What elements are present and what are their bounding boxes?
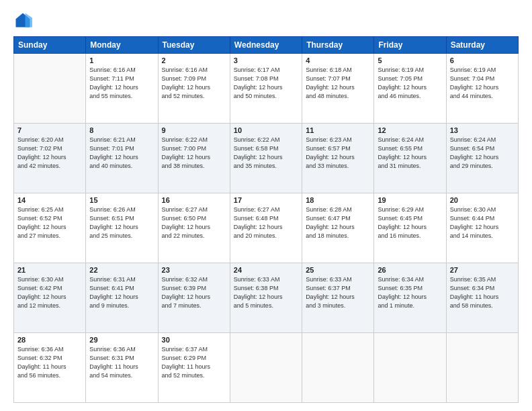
cell-info-text: Sunrise: 6:24 AM Sunset: 6:54 PM Dayligh…	[450, 136, 515, 171]
cell-day-number: 24	[234, 266, 298, 274]
calendar-cell	[14, 54, 86, 124]
cell-info-text: Sunrise: 6:16 AM Sunset: 7:09 PM Dayligh…	[162, 66, 226, 101]
calendar-week-row: 28Sunrise: 6:36 AM Sunset: 6:32 PM Dayli…	[14, 333, 519, 403]
cell-info-text: Sunrise: 6:27 AM Sunset: 6:50 PM Dayligh…	[162, 205, 226, 240]
cell-info-text: Sunrise: 6:26 AM Sunset: 6:51 PM Dayligh…	[89, 205, 154, 240]
cell-info-text: Sunrise: 6:36 AM Sunset: 6:32 PM Dayligh…	[17, 345, 82, 380]
calendar-cell: 4Sunrise: 6:18 AM Sunset: 7:07 PM Daylig…	[302, 54, 374, 124]
calendar-cell: 24Sunrise: 6:33 AM Sunset: 6:38 PM Dayli…	[230, 263, 302, 333]
cell-day-number: 29	[89, 336, 154, 344]
cell-day-number: 2	[162, 56, 226, 64]
weekday-header-wednesday: Wednesday	[230, 37, 302, 54]
header	[13, 11, 519, 30]
cell-info-text: Sunrise: 6:22 AM Sunset: 7:00 PM Dayligh…	[162, 136, 226, 171]
calendar-cell: 21Sunrise: 6:30 AM Sunset: 6:42 PM Dayli…	[14, 263, 86, 333]
cell-day-number: 12	[378, 126, 442, 134]
calendar-cell: 23Sunrise: 6:32 AM Sunset: 6:39 PM Dayli…	[158, 263, 230, 333]
weekday-header-friday: Friday	[374, 37, 446, 54]
cell-day-number: 23	[162, 266, 226, 274]
calendar-cell: 3Sunrise: 6:17 AM Sunset: 7:08 PM Daylig…	[230, 54, 302, 124]
cell-day-number: 5	[378, 56, 442, 64]
cell-day-number: 26	[378, 266, 442, 274]
cell-info-text: Sunrise: 6:33 AM Sunset: 6:38 PM Dayligh…	[234, 275, 298, 310]
cell-info-text: Sunrise: 6:22 AM Sunset: 6:58 PM Dayligh…	[234, 136, 298, 171]
calendar-cell: 19Sunrise: 6:29 AM Sunset: 6:45 PM Dayli…	[374, 193, 446, 263]
logo	[13, 11, 35, 30]
cell-day-number: 18	[306, 196, 370, 204]
weekday-header-thursday: Thursday	[302, 37, 374, 54]
weekday-header-sunday: Sunday	[14, 37, 86, 54]
svg-marker-1	[26, 13, 33, 28]
cell-info-text: Sunrise: 6:21 AM Sunset: 7:01 PM Dayligh…	[89, 136, 154, 171]
cell-info-text: Sunrise: 6:16 AM Sunset: 7:11 PM Dayligh…	[89, 66, 154, 101]
cell-info-text: Sunrise: 6:27 AM Sunset: 6:48 PM Dayligh…	[234, 205, 298, 240]
cell-day-number: 16	[162, 196, 226, 204]
cell-day-number: 10	[234, 126, 298, 134]
cell-day-number: 11	[306, 126, 370, 134]
cell-day-number: 21	[17, 266, 82, 274]
cell-day-number: 13	[450, 126, 515, 134]
cell-info-text: Sunrise: 6:20 AM Sunset: 7:02 PM Dayligh…	[17, 136, 82, 171]
cell-day-number: 28	[17, 336, 82, 344]
calendar-cell: 13Sunrise: 6:24 AM Sunset: 6:54 PM Dayli…	[446, 124, 518, 193]
weekday-header-monday: Monday	[86, 37, 158, 54]
calendar-cell: 17Sunrise: 6:27 AM Sunset: 6:48 PM Dayli…	[230, 193, 302, 263]
cell-info-text: Sunrise: 6:37 AM Sunset: 6:29 PM Dayligh…	[162, 345, 226, 380]
calendar-cell: 7Sunrise: 6:20 AM Sunset: 7:02 PM Daylig…	[14, 124, 86, 193]
cell-info-text: Sunrise: 6:17 AM Sunset: 7:08 PM Dayligh…	[234, 66, 298, 101]
cell-day-number: 20	[450, 196, 515, 204]
calendar-cell: 5Sunrise: 6:19 AM Sunset: 7:05 PM Daylig…	[374, 54, 446, 124]
calendar-page: SundayMondayTuesdayWednesdayThursdayFrid…	[0, 0, 532, 411]
cell-day-number: 1	[89, 56, 154, 64]
calendar-cell: 15Sunrise: 6:26 AM Sunset: 6:51 PM Dayli…	[86, 193, 158, 263]
calendar-cell: 11Sunrise: 6:23 AM Sunset: 6:57 PM Dayli…	[302, 124, 374, 193]
cell-info-text: Sunrise: 6:28 AM Sunset: 6:47 PM Dayligh…	[306, 205, 370, 240]
calendar-week-row: 14Sunrise: 6:25 AM Sunset: 6:52 PM Dayli…	[14, 193, 519, 263]
cell-info-text: Sunrise: 6:30 AM Sunset: 6:44 PM Dayligh…	[450, 205, 515, 240]
calendar-cell	[374, 333, 446, 403]
calendar-cell: 14Sunrise: 6:25 AM Sunset: 6:52 PM Dayli…	[14, 193, 86, 263]
calendar-cell	[446, 333, 518, 403]
calendar-cell: 26Sunrise: 6:34 AM Sunset: 6:35 PM Dayli…	[374, 263, 446, 333]
cell-info-text: Sunrise: 6:19 AM Sunset: 7:04 PM Dayligh…	[450, 66, 515, 101]
cell-info-text: Sunrise: 6:19 AM Sunset: 7:05 PM Dayligh…	[378, 66, 442, 101]
calendar-cell: 2Sunrise: 6:16 AM Sunset: 7:09 PM Daylig…	[158, 54, 230, 124]
calendar-cell: 16Sunrise: 6:27 AM Sunset: 6:50 PM Dayli…	[158, 193, 230, 263]
cell-day-number: 4	[306, 56, 370, 64]
cell-day-number: 3	[234, 56, 298, 64]
cell-info-text: Sunrise: 6:35 AM Sunset: 6:34 PM Dayligh…	[450, 275, 515, 310]
logo-icon	[13, 11, 32, 30]
cell-info-text: Sunrise: 6:18 AM Sunset: 7:07 PM Dayligh…	[306, 66, 370, 101]
weekday-header-row: SundayMondayTuesdayWednesdayThursdayFrid…	[14, 37, 519, 54]
calendar-cell	[302, 333, 374, 403]
cell-info-text: Sunrise: 6:29 AM Sunset: 6:45 PM Dayligh…	[378, 205, 442, 240]
cell-day-number: 7	[17, 126, 82, 134]
cell-day-number: 9	[162, 126, 226, 134]
calendar-week-row: 21Sunrise: 6:30 AM Sunset: 6:42 PM Dayli…	[14, 263, 519, 333]
calendar-week-row: 1Sunrise: 6:16 AM Sunset: 7:11 PM Daylig…	[14, 54, 519, 124]
cell-day-number: 17	[234, 196, 298, 204]
cell-day-number: 30	[162, 336, 226, 344]
calendar-cell: 29Sunrise: 6:36 AM Sunset: 6:31 PM Dayli…	[86, 333, 158, 403]
calendar-cell: 10Sunrise: 6:22 AM Sunset: 6:58 PM Dayli…	[230, 124, 302, 193]
cell-info-text: Sunrise: 6:30 AM Sunset: 6:42 PM Dayligh…	[17, 275, 82, 310]
calendar-cell: 6Sunrise: 6:19 AM Sunset: 7:04 PM Daylig…	[446, 54, 518, 124]
cell-day-number: 19	[378, 196, 442, 204]
calendar-cell: 30Sunrise: 6:37 AM Sunset: 6:29 PM Dayli…	[158, 333, 230, 403]
calendar-cell: 1Sunrise: 6:16 AM Sunset: 7:11 PM Daylig…	[86, 54, 158, 124]
cell-day-number: 27	[450, 266, 515, 274]
calendar-week-row: 7Sunrise: 6:20 AM Sunset: 7:02 PM Daylig…	[14, 124, 519, 193]
cell-day-number: 25	[306, 266, 370, 274]
cell-day-number: 15	[89, 196, 154, 204]
weekday-header-tuesday: Tuesday	[158, 37, 230, 54]
cell-info-text: Sunrise: 6:34 AM Sunset: 6:35 PM Dayligh…	[378, 275, 442, 310]
calendar-cell: 12Sunrise: 6:24 AM Sunset: 6:55 PM Dayli…	[374, 124, 446, 193]
cell-info-text: Sunrise: 6:32 AM Sunset: 6:39 PM Dayligh…	[162, 275, 226, 310]
calendar-cell: 28Sunrise: 6:36 AM Sunset: 6:32 PM Dayli…	[14, 333, 86, 403]
cell-day-number: 8	[89, 126, 154, 134]
calendar-table: SundayMondayTuesdayWednesdayThursdayFrid…	[13, 36, 519, 403]
calendar-cell: 9Sunrise: 6:22 AM Sunset: 7:00 PM Daylig…	[158, 124, 230, 193]
cell-info-text: Sunrise: 6:24 AM Sunset: 6:55 PM Dayligh…	[378, 136, 442, 171]
cell-info-text: Sunrise: 6:33 AM Sunset: 6:37 PM Dayligh…	[306, 275, 370, 310]
calendar-cell: 27Sunrise: 6:35 AM Sunset: 6:34 PM Dayli…	[446, 263, 518, 333]
